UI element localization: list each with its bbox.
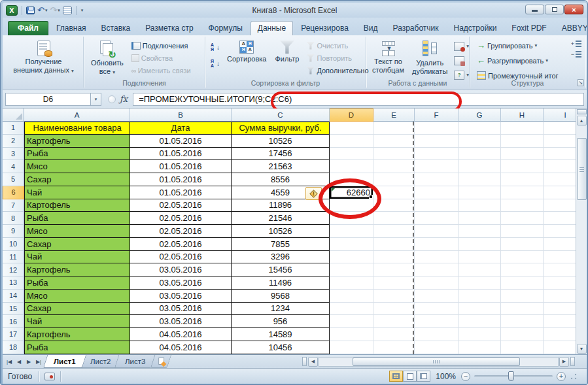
sort-ascending-button[interactable]: АЯ↓ (209, 40, 222, 54)
cell-B4[interactable]: 01.05.2016 (130, 160, 232, 173)
cell-E15[interactable] (373, 303, 415, 316)
cell-H5[interactable] (501, 173, 544, 186)
horizontal-scroll-track[interactable] (319, 357, 559, 367)
cell-D8[interactable] (330, 212, 373, 225)
cell-G16[interactable] (458, 315, 501, 328)
cell-F5[interactable] (415, 173, 458, 186)
cell-C2[interactable]: 10526 (232, 135, 330, 148)
cell-F14[interactable] (415, 290, 458, 303)
cell-E4[interactable] (373, 160, 415, 173)
cell-F10[interactable] (415, 238, 458, 251)
cell-C16[interactable]: 956 (232, 315, 330, 328)
cell-G8[interactable] (458, 212, 501, 225)
page-break-view-button[interactable] (417, 371, 430, 382)
connections-button[interactable]: Подключения (130, 39, 193, 52)
cell-D18[interactable] (330, 341, 373, 354)
cell-C11[interactable]: 3296 (232, 251, 330, 264)
cell-B14[interactable]: 03.05.2016 (130, 290, 232, 303)
cell-B15[interactable]: 03.05.2016 (130, 303, 232, 316)
cell-F6[interactable] (415, 186, 458, 199)
prev-sheet-button[interactable]: ◀ (14, 357, 24, 367)
sheet-tab-Лист1[interactable]: Лист1 (43, 355, 86, 368)
tab-Вставка[interactable]: Вставка (94, 21, 138, 35)
cell-H13[interactable] (501, 276, 544, 290)
cell-G17[interactable] (458, 328, 501, 341)
cell-E11[interactable] (373, 251, 415, 264)
page-layout-view-button[interactable] (403, 371, 417, 382)
refresh-all-button[interactable]: ↻ Обновитьвсе ▾ (88, 38, 127, 78)
cell-H12[interactable] (501, 263, 544, 276)
cell-H1[interactable] (501, 122, 544, 135)
cell-H14[interactable] (501, 290, 544, 303)
cell-H8[interactable] (501, 212, 544, 225)
cell-H2[interactable] (501, 135, 544, 148)
sort-button[interactable]: АЯЯА Сортировка (224, 38, 269, 78)
vertical-scrollbar[interactable]: ▲ ▼ (576, 109, 587, 354)
error-smart-tag[interactable]: ! (305, 187, 322, 200)
cell-A17[interactable]: Картофель (24, 328, 130, 341)
cell-C7[interactable]: 11896 (232, 199, 330, 212)
cell-H4[interactable] (501, 160, 544, 173)
minimize-button[interactable] (525, 5, 544, 14)
cell-C13[interactable]: 11496 (232, 276, 330, 290)
cell-A16[interactable]: Чай (24, 315, 130, 328)
cell-A13[interactable]: Рыба (24, 276, 130, 290)
insert-sheet-button[interactable] (150, 355, 171, 368)
cell-F4[interactable] (415, 160, 458, 173)
cell-C10[interactable]: 7855 (232, 238, 330, 251)
row-header-1[interactable]: 1 (3, 122, 24, 135)
record-macro-button[interactable] (44, 373, 55, 380)
tab-Надстройки[interactable]: Надстройки (447, 21, 504, 35)
cell-B11[interactable]: 02.05.2016 (130, 251, 232, 264)
row-header-4[interactable]: 4 (3, 160, 24, 173)
zoom-out-button[interactable]: − (461, 372, 470, 381)
cell-A4[interactable]: Мясо (24, 160, 130, 173)
cell-B9[interactable]: 02.05.2016 (130, 225, 232, 238)
filter-button[interactable]: Фильтр (271, 38, 302, 78)
column-header-C[interactable]: C (232, 109, 330, 122)
zoom-slider-track[interactable] (474, 375, 553, 377)
row-header-3[interactable]: 3 (3, 148, 24, 161)
row-header-9[interactable]: 9 (3, 225, 24, 238)
row-header-14[interactable]: 14 (3, 290, 24, 303)
tab-ABBYY PDF Tra[interactable]: ABBYY PDF Tra (555, 21, 587, 35)
cell-C18[interactable]: 10456 (232, 341, 330, 354)
cell-B16[interactable]: 03.05.2016 (130, 315, 232, 328)
cell-F2[interactable] (415, 135, 458, 148)
sheet-tab-Лист3[interactable]: Лист3 (114, 355, 156, 368)
cell-F3[interactable] (415, 148, 458, 161)
cell-B2[interactable]: 01.05.2016 (130, 135, 232, 148)
first-sheet-button[interactable]: |◀ (5, 357, 14, 367)
cell-D1[interactable] (330, 122, 373, 135)
cell-G7[interactable] (458, 199, 501, 212)
cell-F12[interactable] (415, 263, 458, 276)
cell-G2[interactable] (458, 135, 501, 148)
cell-G3[interactable] (458, 148, 501, 161)
cell-A6[interactable]: Чай (24, 186, 130, 199)
cell-B18[interactable]: 04.05.2016 (130, 341, 232, 354)
remove-duplicates-button[interactable]: Удалитьдубликаты (409, 38, 451, 78)
cell-D11[interactable] (330, 251, 373, 264)
tab-Foxit PDF[interactable]: Foxit PDF (504, 21, 553, 35)
tab-Вид[interactable]: Вид (356, 21, 385, 35)
tab-Формулы[interactable]: Формулы (201, 21, 250, 35)
column-header-E[interactable]: E (373, 109, 415, 122)
vertical-split-handle[interactable] (577, 109, 587, 114)
cell-A2[interactable]: Картофель (24, 135, 130, 148)
cell-F11[interactable] (415, 251, 458, 264)
row-header-16[interactable]: 16 (3, 315, 24, 328)
cell-A14[interactable]: Мясо (24, 290, 130, 303)
cell-A7[interactable]: Картофель (24, 199, 130, 212)
name-box-dropdown[interactable]: ▾ (90, 93, 101, 106)
redo-button[interactable]: ↷▾ (50, 6, 60, 14)
row-header-2[interactable]: 2 (3, 135, 24, 148)
select-all-corner[interactable] (3, 109, 24, 122)
row-header-6[interactable]: 6 (3, 186, 24, 199)
cell-H10[interactable] (501, 238, 544, 251)
cell-D6[interactable]: 62660 (330, 186, 373, 199)
cell-A9[interactable]: Мясо (24, 225, 130, 238)
cell-E14[interactable] (373, 290, 415, 303)
cell-D10[interactable] (330, 238, 373, 251)
restore-button[interactable] (545, 5, 564, 14)
cell-C9[interactable]: 10526 (232, 225, 330, 238)
